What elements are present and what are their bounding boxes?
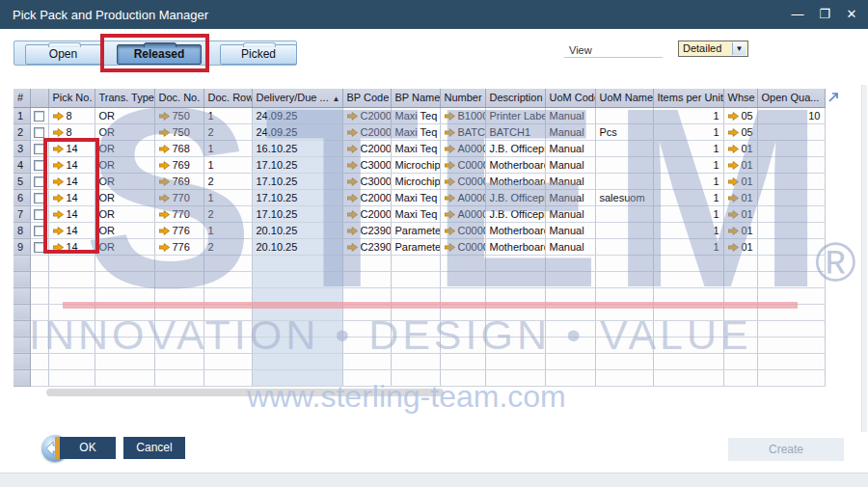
- cell-trans: OR: [95, 140, 154, 156]
- create-button[interactable]: Create: [728, 438, 844, 461]
- cell-date: [252, 304, 342, 320]
- link-arrow-icon[interactable]: [347, 161, 358, 170]
- row-checkbox[interactable]: [34, 226, 44, 236]
- row-checkbox[interactable]: [34, 176, 44, 187]
- view-dropdown[interactable]: Detailed ▼: [678, 41, 748, 57]
- link-arrow-icon[interactable]: [728, 210, 739, 219]
- col-header-uomcode[interactable]: UoM Code: [545, 89, 595, 107]
- link-arrow-icon[interactable]: [53, 161, 64, 170]
- col-header-bpname[interactable]: BP Name: [391, 89, 440, 107]
- link-arrow-icon[interactable]: [159, 145, 170, 153]
- cell-whse: 05: [723, 123, 757, 140]
- link-arrow-icon[interactable]: [159, 227, 170, 235]
- link-arrow-icon[interactable]: [445, 145, 455, 153]
- link-arrow-icon[interactable]: [159, 161, 170, 170]
- link-arrow-icon[interactable]: [445, 128, 455, 137]
- col-header-bp[interactable]: BP Code: [342, 89, 391, 107]
- link-arrow-icon[interactable]: [445, 243, 455, 252]
- link-arrow-icon[interactable]: [347, 128, 358, 137]
- minimize-icon[interactable]: —: [789, 0, 806, 29]
- link-arrow-icon[interactable]: [347, 227, 358, 235]
- link-arrow-icon[interactable]: [159, 210, 170, 219]
- row-checkbox[interactable]: [34, 242, 44, 253]
- cell-date: 17.10.25: [252, 189, 342, 205]
- row-checkbox[interactable]: [34, 209, 44, 220]
- col-header-perunit[interactable]: Items per Unit: [653, 89, 723, 107]
- cell-bp: C20000: [342, 107, 391, 123]
- link-arrow-icon[interactable]: [728, 112, 739, 121]
- link-arrow-icon[interactable]: [728, 161, 739, 170]
- row-checkbox[interactable]: [34, 160, 44, 171]
- col-header-openqty[interactable]: Open Qua...: [757, 89, 825, 107]
- link-arrow-icon[interactable]: [445, 210, 455, 219]
- col-header-trans[interactable]: Trans. Type: [95, 89, 154, 107]
- col-header-doc[interactable]: Doc. No.: [154, 89, 203, 107]
- link-arrow-icon[interactable]: [728, 227, 739, 235]
- col-header-check[interactable]: [30, 89, 48, 107]
- cell-pick: [48, 304, 95, 320]
- cell-bp: [342, 255, 391, 271]
- expand-grid-icon[interactable]: [827, 91, 840, 103]
- tab-picked[interactable]: Picked: [220, 44, 297, 65]
- horizontal-scrollbar[interactable]: [46, 389, 444, 396]
- link-arrow-icon[interactable]: [53, 227, 64, 235]
- cell-date: [252, 255, 342, 271]
- col-header-uomname[interactable]: UoM Name: [595, 89, 653, 107]
- link-arrow-icon[interactable]: [347, 112, 358, 121]
- link-arrow-icon[interactable]: [159, 112, 170, 121]
- tab-released[interactable]: Released: [117, 44, 202, 65]
- row-checkbox[interactable]: [34, 193, 44, 203]
- link-arrow-icon[interactable]: [53, 112, 64, 121]
- col-header-num[interactable]: #: [14, 89, 30, 107]
- link-arrow-icon[interactable]: [728, 128, 739, 137]
- link-arrow-icon[interactable]: [53, 177, 64, 186]
- link-arrow-icon[interactable]: [728, 243, 739, 252]
- cell-bpname: [391, 353, 440, 369]
- col-header-date[interactable]: Delivery/Due ...▲: [252, 89, 342, 107]
- col-header-pick[interactable]: Pick No.: [48, 89, 95, 107]
- link-arrow-icon[interactable]: [159, 177, 170, 186]
- link-arrow-icon[interactable]: [728, 177, 739, 186]
- link-arrow-icon[interactable]: [159, 128, 170, 137]
- link-arrow-icon[interactable]: [728, 145, 739, 153]
- link-arrow-icon[interactable]: [53, 210, 64, 219]
- view-dropdown-value: Detailed: [683, 42, 721, 54]
- link-arrow-icon[interactable]: [347, 243, 358, 252]
- row-checkbox[interactable]: [34, 111, 44, 122]
- cell-desc: Motherboard: [485, 156, 545, 173]
- link-arrow-icon[interactable]: [728, 194, 739, 203]
- link-arrow-icon[interactable]: [445, 161, 455, 170]
- close-icon[interactable]: ✕: [843, 0, 860, 29]
- link-arrow-icon[interactable]: [53, 145, 64, 153]
- cancel-button[interactable]: Cancel: [123, 437, 185, 459]
- link-arrow-icon[interactable]: [347, 210, 358, 219]
- col-header-docrow[interactable]: Doc. Row: [203, 89, 252, 107]
- row-checkbox[interactable]: [34, 127, 44, 138]
- col-header-number[interactable]: Number: [440, 89, 485, 107]
- link-arrow-icon[interactable]: [445, 194, 455, 203]
- link-arrow-icon[interactable]: [445, 112, 455, 121]
- link-arrow-icon[interactable]: [347, 177, 358, 186]
- tab-open[interactable]: Open: [25, 44, 101, 65]
- table-body: 18OR750124.09.25C20000Maxi TeqB1000Print…: [14, 107, 825, 386]
- link-arrow-icon[interactable]: [347, 145, 358, 153]
- cell-openqty: [757, 238, 825, 255]
- vertical-scrollbar[interactable]: [861, 85, 867, 432]
- link-arrow-icon[interactable]: [445, 177, 455, 186]
- link-arrow-icon[interactable]: [347, 194, 358, 203]
- link-arrow-icon[interactable]: [53, 243, 64, 252]
- link-arrow-icon[interactable]: [159, 243, 170, 252]
- link-arrow-icon[interactable]: [53, 128, 64, 137]
- row-checkbox[interactable]: [34, 144, 44, 154]
- chevron-down-icon[interactable]: ▼: [732, 42, 746, 55]
- link-arrow-icon[interactable]: [53, 194, 64, 203]
- cell-date: [252, 271, 342, 287]
- link-arrow-icon[interactable]: [445, 227, 455, 235]
- cell-whse: [723, 369, 757, 386]
- ok-button[interactable]: OK: [60, 437, 116, 459]
- col-header-desc[interactable]: Description: [485, 89, 545, 107]
- link-arrow-icon[interactable]: [159, 194, 170, 203]
- cell-bp: C20000: [342, 123, 391, 140]
- maximize-icon[interactable]: ❐: [816, 0, 833, 29]
- col-header-whse[interactable]: Whse: [723, 89, 757, 107]
